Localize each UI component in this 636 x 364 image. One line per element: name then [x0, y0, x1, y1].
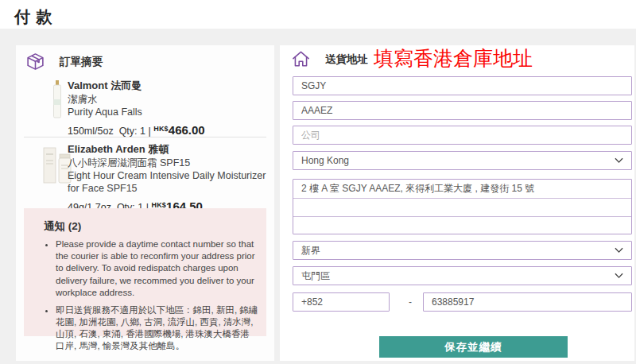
notice-title: 通知 (2): [44, 219, 266, 234]
page-title: 付 款: [14, 6, 53, 28]
company-input[interactable]: [293, 126, 632, 145]
notice-box: 通知 (2) Please provide a daytime contact …: [24, 208, 266, 336]
product-image-valmont: [48, 79, 67, 119]
address-line-3[interactable]: [293, 216, 631, 234]
package-icon: [25, 52, 45, 72]
chevron-down-icon: [615, 273, 623, 279]
order-summary-header: 訂單摘要: [25, 52, 103, 72]
district-select[interactable]: 屯門區: [293, 266, 632, 285]
shipping-address-panel: 送貨地址 填寫香港倉庫地址 Hong Kong 2 樓 A 室 SGJY AAA…: [280, 45, 634, 361]
product-price-line: 150ml/5oz Qty: 1 | HK$466.00: [68, 122, 268, 137]
address-textarea[interactable]: 2 樓 A 室 SGJY AAAEZ, 來得利工業大廈 , 建發街 15 號: [293, 179, 632, 234]
district-select-value: 屯門區: [301, 269, 330, 283]
shipping-title: 送貨地址: [325, 52, 368, 67]
country-select-value: Hong Kong: [301, 155, 349, 166]
last-name-input[interactable]: [293, 76, 632, 95]
address-line-2[interactable]: [293, 198, 631, 216]
product-qty: Qty: 1 |: [119, 126, 151, 137]
phone-separator: -: [399, 292, 421, 312]
product-name-en: Purity Aqua Falls: [68, 106, 268, 118]
chevron-down-icon: [615, 247, 623, 254]
country-select[interactable]: Hong Kong: [293, 151, 632, 170]
chevron-down-icon: [615, 157, 623, 164]
product-price: 466.00: [169, 123, 205, 137]
notice-item: 即日送貨服務不適用於以下地區：錦田, 新田, 錦繡花園, 加洲花園, 八鄉, 古…: [56, 304, 258, 353]
order-item-details: Valmont 法而曼 潔膚水 Purity Aqua Falls 150ml/…: [68, 79, 268, 137]
order-summary-panel: 訂單摘要 Valmont 法而曼 潔膚水 Purity Aqua Falls 1…: [16, 45, 274, 361]
currency-label: HK$: [153, 125, 169, 133]
phone-number-input[interactable]: [423, 292, 632, 312]
order-summary-title: 訂單摘要: [60, 55, 103, 69]
region-select-value: 新界: [301, 244, 320, 258]
shipping-header: 送貨地址: [291, 49, 368, 69]
phone-country-code-input[interactable]: [293, 292, 390, 312]
first-name-input[interactable]: [293, 101, 632, 120]
save-and-continue-button[interactable]: 保存並繼續: [379, 336, 568, 358]
product-brand: Elizabeth Arden 雅頓: [68, 143, 268, 157]
product-size: 150ml/5oz: [68, 126, 114, 137]
order-item-details: Elizabeth Arden 雅頓 八小時深層滋潤面霜 SPF15 Eight…: [68, 143, 268, 214]
product-name-en: Eight Hour Cream Intensive Daily Moistur…: [68, 169, 268, 195]
product-brand: Valmont 法而曼: [68, 79, 268, 93]
notice-list: Please provide a daytime contact number …: [24, 238, 266, 353]
product-name-zh: 潔膚水: [68, 93, 268, 106]
region-select[interactable]: 新界: [293, 241, 632, 260]
product-name-zh: 八小時深層滋潤面霜 SPF15: [68, 157, 268, 169]
item-divider: [24, 137, 266, 137]
address-line-1[interactable]: 2 樓 A 室 SGJY AAAEZ, 來得利工業大廈 , 建發街 15 號: [293, 180, 631, 198]
home-icon: [291, 49, 311, 69]
notice-item: Please provide a daytime contact number …: [56, 238, 258, 299]
warehouse-annotation: 填寫香港倉庫地址: [374, 45, 533, 72]
